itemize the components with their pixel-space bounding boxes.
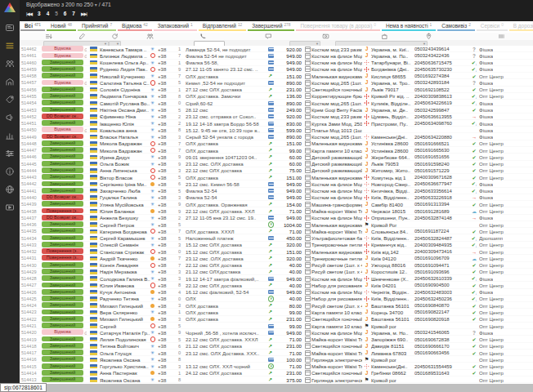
table-row[interactable]: 514419ЗавершенийЛилия Подолинская+38522.… [20,336,533,342]
table-row[interactable]: 514449DD Возврат ск..Власюк Наталья✳+383… [20,133,533,140]
statistics-icon[interactable] [5,131,15,140]
page-size-caret-icon[interactable]: ▾ [95,2,97,7]
table-row[interactable]: 514441ЗавершенийЗахарченко Люба✳+385Фиал… [20,188,533,194]
table-row[interactable]: 514458ЗавершенийНиколай Кучеренко✳+387ОЛ… [20,73,533,79]
last-page-button[interactable]: ▶▶| [81,11,87,16]
tab-нема-в-наявності[interactable]: Нема в наявності1 [382,21,436,31]
table-row[interactable]: 514440DD Возврат ок..Гуцалюк Галина✳+383… [20,194,533,201]
nova-poshta-icon [365,94,370,99]
table-row[interactable]: 514421ЗавершенийСергей+38599.00Карта пам… [20,323,533,329]
table-row[interactable]: 514426ЗавершенийКучук Антонина+38416.12 … [20,289,533,296]
network-icon[interactable] [5,185,15,194]
order-id: 514451 [20,121,42,126]
table-row[interactable]: 514454ЗавершенийСамотій Руслана Во..✳+38… [20,100,533,106]
info-icon[interactable] [5,167,15,176]
tab-новий[interactable]: Новий48 [47,21,76,31]
order-id: 514456 [20,87,42,92]
table-row[interactable]: 514424ЗавершенийМихаил Гилецький+383ОЛХ … [20,302,533,309]
sort-icon[interactable] [45,33,53,40]
table-row[interactable]: 514414ЗавершенийАнна Пастернак+38124.12 … [20,370,533,376]
marketing-icon[interactable] [5,113,15,122]
order-total: 949.00 [276,194,303,200]
company-icon[interactable] [5,77,15,87]
table-row[interactable]: 514437DD Возврат ок..Анжела Безушку✳+382… [20,215,533,221]
table-row[interactable]: 514431Повернення (з..Андрій Ткаченко+387… [20,255,533,261]
orders-icon[interactable] [5,41,15,51]
table-row[interactable]: 514436ЗавершенийСергей Петров✳+385₴1004.… [20,221,533,228]
table-row[interactable]: 514461Відмова⊙Близнюк Людмила ..+387Фиал… [20,52,533,59]
table-row[interactable]: 514442ЗавершенийСергіюнко Іріна Ми..+386… [20,180,533,187]
tab-повернення-товару-в-дорозі-[interactable]: Повернення товару (в дорозі)0 [296,21,379,31]
tab-сервіси[interactable]: Сервіси0 [477,21,508,31]
first-page-button[interactable]: |◀◀ [26,11,32,16]
page-number-5[interactable]: 5 [55,11,58,16]
table-row[interactable]: 514443ЗавершенийВіктор Власов+385ОЛХ дос… [20,174,533,180]
table-row[interactable]: 514434ЗавершенийСергей Карамышев✳+385Нал… [20,234,533,241]
app-logo-icon[interactable] [4,2,16,12]
tab-відправлений[interactable]: Відправлений12 [199,21,247,31]
products-icon[interactable] [5,95,15,105]
page-number-6[interactable]: 6 [64,11,67,16]
table-row[interactable]: 514417ЗавершенийОльга Глущук✳+38023.12 с… [20,350,533,356]
tab-запакований[interactable]: Запакований1 [154,21,197,31]
table-row[interactable]: 514435ЗавершенийКатерина Богданова+387ОЛ… [20,228,533,234]
dashboard-icon[interactable] [5,23,15,33]
edit-icon[interactable] [78,33,87,40]
tab-відмова[interactable]: Відмова42 [118,21,152,31]
table-row[interactable]: 514451ЗавершенийІващенко Юлія✳+38219.12 … [20,120,533,127]
tab-всі[interactable]: Всі471 [20,21,45,31]
table-row[interactable]: 514447ЗавершенийМикола Бадражан+387ОЛХ д… [20,147,533,154]
table-row[interactable]: 514418ЗавершенийТетяна Войтович✳+38621.1… [20,343,533,350]
people-icon[interactable] [146,33,155,40]
page-number-7[interactable]: 7 [72,11,75,16]
table-row[interactable]: 514422ЗавершенийМихаил Гилецький+383ОЛХ … [20,316,533,323]
table-row[interactable]: 514428ЗавершенийСолодкова Галина В..✳+38… [20,275,533,282]
product-icon[interactable] [381,33,389,40]
cash-payment-icon: ↗ [268,154,272,159]
table-row[interactable]: 514444ЗавершенийАнна Липенська+38322.12 … [20,167,533,174]
table-row[interactable]: 514430ЗавершенийКсенія Левадняя+38722.12… [20,262,533,269]
table-row[interactable]: 514427ЗавершенийЮлия Иванова+38822.12 см… [20,282,533,288]
table-row[interactable]: 514433ЗавершенийОлексій Семанін✳+38315.1… [20,242,533,248]
table-row[interactable]: 514462Відмова⊙Каневська Тамара ..✳+381Ла… [20,46,533,52]
table-row[interactable]: 514453ЗавершенийНікітіна Оксана Дми..✳+3… [20,106,533,113]
table-row[interactable]: 514425ЗавершенийРадченко Тетяна✳+380ОЛХ₴… [20,296,533,302]
order-comment: 22.12 смс ОЛХ доставка [186,283,268,288]
customer-name: Ольга Глущук [100,350,150,356]
table-row[interactable]: 514448ЗавершенийМикола Бадражан+387ОЛХ д… [20,140,533,147]
table-row[interactable]: 514446ЗавершенийИрина Дидух✳+38909.01 зв… [20,154,533,160]
table-row[interactable]: 514455ЗавершенийЛюдмила Гончарова✳+388ОЛ… [20,93,533,100]
table-row[interactable]: 514439ЗавершенийУляна Мусійовська✳+389ОЛ… [20,201,533,207]
tab-завершений[interactable]: Завершений278 [248,21,294,31]
table-row[interactable]: 514450Відмова⊙Ковальова анна✳+38815.12. … [20,127,533,133]
tab-прийнятий[interactable]: Прийнятий7 [78,21,116,31]
barcode-icon[interactable] [498,33,506,40]
video-icon[interactable] [5,203,15,212]
table-row[interactable]: 514415ЗавершенийГоргулько Христина..✳+38… [20,363,533,369]
phone-icon[interactable] [199,33,208,40]
settings-icon[interactable] [5,149,15,158]
chat-icon[interactable] [265,33,273,40]
tab-самовивіз[interactable]: Самовивіз2 [437,21,475,31]
order-total: 949.00 [276,188,303,194]
table-row[interactable]: 514429ЗавершенийНадія Мерзаєва✳+38321.12… [20,269,533,275]
table-row[interactable]: 514452DD Возврат ок..Єфименко Ніна✳+3822… [20,114,533,120]
table-row[interactable]: 514423ЗавершенийВера Скляренко✳+381ОЛХ д… [20,309,533,315]
table-row[interactable]: 514413ЗавершенийЯковлева Оксана✳+388↗375… [20,376,533,383]
table-row[interactable]: 514432Повернення (з..Станіслав Стрижак+3… [20,248,533,255]
money-icon[interactable] [322,33,330,40]
table-row[interactable]: 514420Відмова⊙Ситарчук Наталія Гр..✳+389… [20,329,533,336]
table-row[interactable]: 514416ЗавершенийЯковлева Оксана✳+388100.… [20,356,533,363]
page-number-3[interactable]: 3 [38,11,41,16]
refresh-icon[interactable] [111,33,119,40]
table-row[interactable]: 514445ЗавершенийОльга Божик✳+38923.12 см… [20,161,533,167]
location-icon[interactable] [425,33,433,40]
table-row[interactable]: 514457Відмова⊙Салєгина Татьяна С..+385Ке… [20,79,533,86]
table-row[interactable]: 514456ЗавершенийСоломія Сідоніна✳+38127.… [20,87,533,93]
page-number-4[interactable]: 4 [47,11,50,16]
table-row[interactable]: 514460ЗавершенийКошелева Ольга Ар..✳+381… [20,60,533,66]
table-row[interactable]: 514438Повернення (з..Юлия Баланюк+38922.… [20,207,533,214]
table-row[interactable]: 514459ЗавершенийРуденко Лидия Пав..+3892… [20,66,533,73]
tab-в-дорозі-додому[interactable]: В дорозі додому0 [509,21,533,31]
clients-icon[interactable] [5,59,15,69]
